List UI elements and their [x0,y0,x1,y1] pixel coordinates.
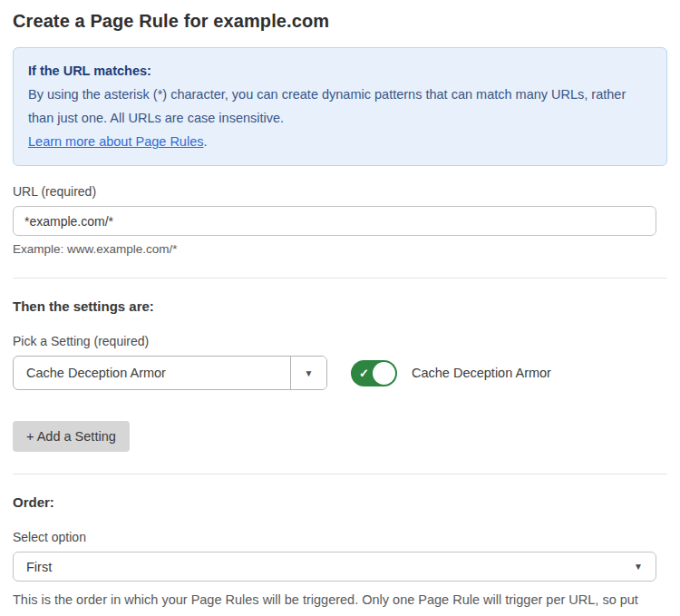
setting-picker-arrow-button[interactable]: ▼ [290,357,326,389]
setting-picker-value: Cache Deception Armor [14,357,290,389]
setting-picker-dropdown[interactable]: Cache Deception Armor ▼ [13,356,327,390]
toggle-knob [373,362,395,385]
chevron-down-icon: ▼ [634,562,643,572]
setting-toggle-label: Cache Deception Armor [412,366,551,380]
setting-toggle[interactable]: ✓ [351,360,397,386]
divider [13,278,667,279]
check-icon: ✓ [359,367,369,379]
order-select-label: Select option [13,530,667,544]
order-select[interactable]: First ▼ [13,552,656,582]
info-box-body-text: By using the asterisk (*) character, you… [28,87,626,125]
info-box-body: By using the asterisk (*) character, you… [28,83,652,153]
setting-picker-label: Pick a Setting (required) [13,334,667,348]
setting-toggle-wrap: ✓ Cache Deception Armor [351,360,551,386]
order-helper-text: This is the order in which your Page Rul… [13,589,662,616]
learn-more-link[interactable]: Learn more about Page Rules [28,134,203,149]
url-example-helper: Example: www.example.com/* [13,242,667,256]
divider [13,474,667,474]
page-title: Create a Page Rule for example.com [13,11,667,32]
order-select-value: First [26,560,52,574]
url-input[interactable] [13,206,656,236]
link-suffix: . [203,134,207,149]
order-section-heading: Order: [13,494,667,510]
url-field-label: URL (required) [13,184,667,199]
url-match-info-box: If the URL matches: By using the asteris… [13,47,667,166]
chevron-down-icon: ▼ [305,368,314,378]
settings-section-heading: Then the settings are: [13,298,667,314]
page-rule-form: Create a Page Rule for example.com If th… [0,0,680,616]
info-box-heading: If the URL matches: [28,59,652,83]
setting-row: Cache Deception Armor ▼ ✓ Cache Deceptio… [13,356,667,390]
add-setting-button[interactable]: + Add a Setting [13,421,130,452]
